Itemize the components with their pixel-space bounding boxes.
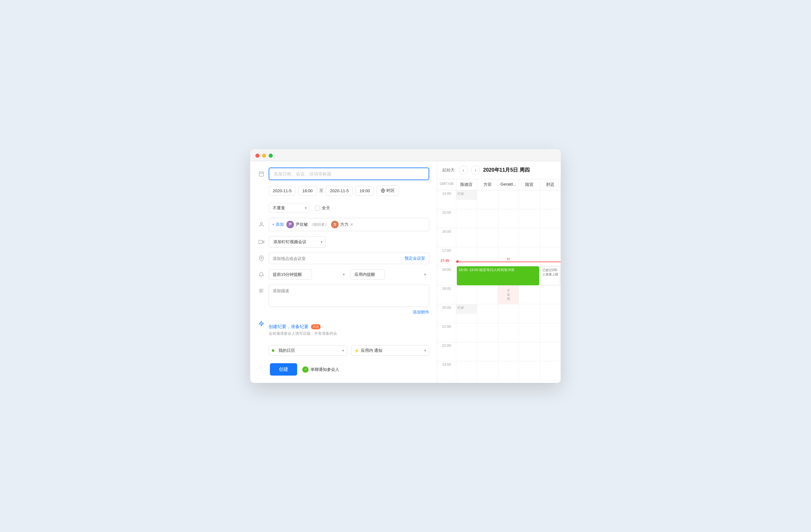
video-meeting-button[interactable]: 添加钉钉视频会议 bbox=[269, 236, 326, 248]
grid-inner: GMT+08 陈德言 方菲 Gerald... 陆宜 肘迟 14:00 15:0… bbox=[437, 179, 561, 380]
cell-zc-15 bbox=[540, 209, 561, 228]
cell-zc-17 bbox=[540, 247, 561, 266]
calendar-select[interactable]: 我的日历 bbox=[269, 345, 347, 356]
cell-zc-21 bbox=[540, 323, 561, 342]
busy-chen-14-label: 忙碌 bbox=[456, 191, 465, 196]
calendar-select-wrapper: 我的日历 ▾ bbox=[269, 345, 347, 356]
cell-zc-22 bbox=[540, 342, 561, 361]
description-row: 添加附件 bbox=[258, 285, 429, 315]
event-form-panel: 2020-11-5 18:00 至 2020-11-5 19:00 时区 bbox=[250, 161, 437, 383]
unavail-gerald: 不采用 bbox=[498, 285, 519, 304]
notes-badge: 闪会 bbox=[311, 324, 321, 329]
notify-check-icon: ✓ bbox=[302, 366, 309, 373]
notes-title-link[interactable]: 创建纪要，准备纪要 bbox=[269, 324, 309, 330]
cell-zc-20 bbox=[540, 304, 561, 323]
cell-gerald-20 bbox=[498, 304, 519, 323]
organizer-name: 尹欣敏 bbox=[295, 222, 308, 228]
desc-field: 添加附件 bbox=[269, 285, 429, 315]
attendee-name-fangli: 方力 bbox=[340, 222, 349, 228]
video-select-wrapper: 添加钉钉视频会议 ▾ bbox=[269, 236, 326, 248]
attendee-chip-fangli: 方 方力 ✕ bbox=[331, 221, 353, 228]
title-row bbox=[258, 168, 429, 180]
datetime-row: 2020-11-5 18:00 至 2020-11-5 19:00 时区 bbox=[258, 185, 429, 213]
create-button[interactable]: 创建 bbox=[270, 363, 297, 376]
add-attendee-button[interactable]: + 添加 bbox=[272, 222, 284, 228]
attendee-remove-button[interactable]: ✕ bbox=[350, 223, 353, 226]
reminder-row-inner: 提前15分钟提醒 应用内提醒 bbox=[269, 269, 429, 280]
repeat-select[interactable]: 不重复 bbox=[269, 203, 310, 213]
gmt-header: GMT+08 bbox=[437, 179, 456, 190]
cell-fangfei-20 bbox=[477, 304, 498, 323]
notification-select[interactable]: 应用内 通知 bbox=[351, 345, 430, 356]
notes-content: 创建纪要，准备纪要 闪会 会前邀请参会人填写议题，开有准备的会 bbox=[269, 320, 429, 340]
svg-point-9 bbox=[261, 257, 262, 259]
desc-icon bbox=[258, 287, 265, 294]
day-col-chen: 忙碌 忙碌 bbox=[456, 190, 477, 380]
timezone-button[interactable]: 时区 bbox=[377, 185, 399, 196]
day-col-gerald: 不采用 对 bbox=[498, 190, 519, 380]
time-22: 22:00 bbox=[437, 342, 456, 361]
prev-nav-button[interactable]: ‹ bbox=[459, 166, 468, 174]
next-nav-button[interactable]: › bbox=[471, 166, 480, 174]
add-attachment-button[interactable]: 添加附件 bbox=[413, 309, 429, 315]
book-room-button[interactable]: 预定会议室 bbox=[404, 255, 425, 261]
notify-attendees-label: 单聊通知参会人 bbox=[310, 367, 339, 372]
cell-fangfei-23 bbox=[477, 361, 498, 380]
notify-attendees-checkbox[interactable]: ✓ 单聊通知参会人 bbox=[302, 366, 339, 373]
repeat-select-wrapper: 不重复 bbox=[269, 203, 310, 213]
reminder-time-select[interactable]: 提前15分钟提醒 bbox=[269, 269, 312, 280]
main-window: 2020-11-5 18:00 至 2020-11-5 19:00 时区 bbox=[250, 149, 561, 383]
allday-checkbox[interactable] bbox=[315, 205, 320, 210]
reminder-type-select[interactable]: 应用内提醒 bbox=[350, 269, 385, 280]
minimize-dot[interactable] bbox=[262, 154, 266, 158]
cell-gerald-21 bbox=[498, 323, 519, 342]
notes-row: 创建纪要，准备纪要 闪会 会前邀请参会人填写议题，开有准备的会 bbox=[258, 320, 429, 340]
cell-chen-22 bbox=[456, 342, 477, 361]
time-20: 20:00 bbox=[437, 304, 456, 323]
column-headers: GMT+08 陈德言 方菲 Gerald... 陆宜 肘迟 bbox=[437, 179, 561, 190]
col-header-luyi: 陆宜 bbox=[519, 179, 540, 190]
busy-chen-14: 忙碌 bbox=[456, 190, 477, 200]
cell-chen-20: 忙碌 bbox=[456, 304, 477, 323]
cell-gerald-14 bbox=[498, 190, 519, 209]
busy-chen-20: 忙碌 bbox=[456, 304, 477, 314]
organizer-suffix: （组织者） bbox=[309, 222, 328, 228]
reminder-type-wrapper: 应用内提醒 bbox=[350, 269, 430, 280]
cell-chen-23 bbox=[456, 361, 477, 380]
titlebar bbox=[250, 149, 561, 161]
description-textarea[interactable] bbox=[269, 285, 429, 307]
allday-checkbox-label[interactable]: 全天 bbox=[315, 205, 330, 211]
start-date[interactable]: 2020-11-5 bbox=[269, 186, 295, 196]
cell-fangfei-22 bbox=[477, 342, 498, 361]
cell-fangfei-17 bbox=[477, 247, 498, 266]
attendee-container: + 添加 尹 尹欣敏 （组织者） 方 方力 ✕ bbox=[269, 218, 429, 231]
over-limit-notice: 已超过200人查看上限 bbox=[540, 266, 560, 285]
datetime-fields: 2020-11-5 18:00 至 2020-11-5 19:00 时区 bbox=[269, 185, 399, 196]
against-label-gerald: 对 bbox=[498, 257, 519, 262]
cell-luyi-23 bbox=[519, 361, 539, 380]
cell-gerald-15 bbox=[498, 209, 519, 228]
location-field: 预定会议室 bbox=[269, 253, 429, 264]
reminder-time-wrapper: 提前15分钟提醒 bbox=[269, 269, 348, 280]
end-date[interactable]: 2020-11-5 bbox=[326, 186, 353, 196]
start-time[interactable]: 18:00 bbox=[298, 186, 317, 196]
calendar-notification-row: 我的日历 ▾ ⚡ 应用内 通知 ▾ bbox=[258, 345, 429, 356]
bell-icon bbox=[258, 271, 265, 278]
notes-section: 创建纪要，准备纪要 闪会 会前邀请参会人填写议题，开有准备的会 bbox=[269, 320, 429, 340]
close-dot[interactable] bbox=[255, 154, 259, 158]
cell-gerald-23 bbox=[498, 361, 519, 380]
time-16: 16:00 bbox=[437, 228, 456, 247]
notes-description: 会前邀请参会人填写议题，开有准备的会 bbox=[269, 331, 429, 336]
create-row: 创建 ✓ 单聊通知参会人 bbox=[258, 361, 429, 377]
notify-icon: ⚡ bbox=[354, 348, 359, 353]
location-row: 预定会议室 bbox=[258, 253, 429, 264]
time-14: 14:00 bbox=[437, 190, 456, 209]
location-input[interactable] bbox=[273, 256, 404, 261]
bottom-selects: 我的日历 ▾ ⚡ 应用内 通知 ▾ bbox=[269, 345, 429, 356]
time-17: 17:00 bbox=[437, 247, 456, 266]
calendar-date-title: 2020年11月5日 周四 bbox=[483, 167, 530, 174]
end-time[interactable]: 19:00 bbox=[355, 186, 374, 196]
cell-gerald-19: 不采用 bbox=[498, 285, 519, 304]
title-input[interactable] bbox=[269, 168, 429, 180]
maximize-dot[interactable] bbox=[269, 154, 273, 158]
